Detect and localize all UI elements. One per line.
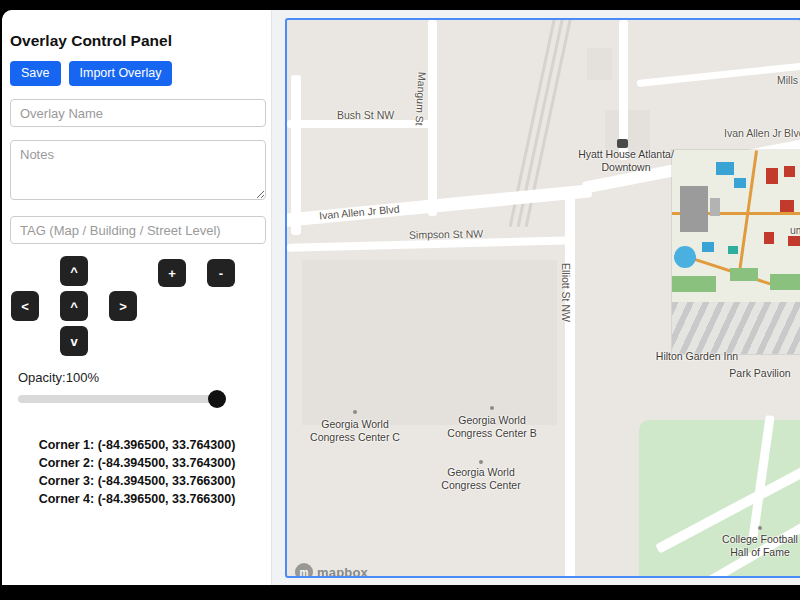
move-center-button[interactable]: ^: [60, 291, 88, 321]
mapbox-logo[interactable]: m mapbox: [295, 563, 368, 578]
poi-dot: [353, 410, 357, 414]
building-block: [587, 48, 612, 80]
map-canvas[interactable]: Bush St NW Mangum St Mills Ivan Allen Jr…: [285, 18, 800, 578]
road-elliott-st: [565, 192, 575, 578]
overlay-image[interactable]: [672, 150, 800, 354]
overlay-building: [680, 186, 708, 232]
panel-button-row: Save Import Overlay: [10, 61, 172, 86]
road-ivan-allen: [285, 184, 592, 227]
import-overlay-button[interactable]: Import Overlay: [69, 61, 173, 86]
building-congress-center: [302, 260, 557, 425]
poi-label-gwcc-c-line2: Congress Center C: [305, 431, 405, 444]
corner-3-text: Corner 3: (-84.394500, 33.766300): [2, 472, 272, 490]
poi-label-hof-line2: Hall of Fame: [710, 546, 800, 559]
poi-label-gwcc-b-line1: Georgia World: [442, 414, 542, 427]
poi-label-gwcc-c-line1: Georgia World: [305, 418, 405, 431]
notes-textarea[interactable]: [10, 140, 266, 200]
street-label-elliott: Elliott St NW: [560, 263, 572, 322]
mapbox-logo-text: mapbox: [317, 565, 368, 579]
opacity-value: 100%: [66, 370, 99, 385]
mapbox-logo-icon: m: [295, 563, 313, 578]
overlay-building: [710, 198, 720, 216]
overlay-building: [728, 246, 738, 254]
overlay-building: [716, 162, 734, 175]
poi-label-hilton: Hilton Garden Inn: [642, 350, 752, 363]
street-label-mangum: Mangum St: [414, 72, 429, 126]
poi-dot: [479, 460, 483, 464]
road-left-vertical: [291, 75, 301, 235]
app-window: Overlay Control Panel Save Import Overla…: [0, 0, 800, 600]
move-right-button[interactable]: >: [109, 291, 137, 321]
street-label-simpson: Simpson St NW: [409, 227, 483, 240]
overlay-building: [764, 232, 774, 244]
overlay-control-panel: Overlay Control Panel Save Import Overla…: [2, 10, 272, 585]
overlay-building: [734, 178, 746, 188]
overlay-building: [788, 236, 800, 246]
corner-coordinates: Corner 1: (-84.396500, 33.764300) Corner…: [2, 436, 272, 508]
app-content: Overlay Control Panel Save Import Overla…: [2, 10, 800, 585]
zoom-out-button[interactable]: -: [207, 259, 235, 287]
opacity-slider[interactable]: [18, 395, 224, 403]
bottom-black-bar: [0, 585, 800, 600]
poi-label-hall-of-fame: College Football Hall of Fame: [710, 533, 800, 558]
poi-label-gwcc-c: Georgia World Congress Center C: [305, 418, 405, 443]
dpad-controls: ^ + - < ^ > v: [10, 256, 266, 360]
opacity-label-row: Opacity:100%: [18, 370, 99, 385]
page-title: Overlay Control Panel: [10, 32, 172, 50]
move-left-button[interactable]: <: [11, 291, 39, 321]
poi-label-gwcc: Georgia World Congress Center: [431, 466, 531, 491]
poi-label-hof-line1: College Football: [710, 533, 800, 546]
corner-4-text: Corner 4: (-84.396500, 33.766300): [2, 490, 272, 508]
tag-input[interactable]: [10, 216, 266, 244]
poi-dot: [758, 526, 762, 530]
poi-dot: [490, 406, 494, 410]
street-label-mills: Mills: [777, 74, 798, 86]
opacity-label: Opacity:: [18, 370, 66, 385]
overlay-highway: [672, 302, 800, 354]
top-black-bar: [0, 0, 800, 10]
overlay-green: [672, 276, 716, 292]
poi-label-hyatt-line1: Hyatt House Atlanta/: [574, 148, 678, 161]
road-mills: [637, 63, 800, 87]
poi-label-gwcc-line2: Congress Center: [431, 479, 531, 492]
corner-1-text: Corner 1: (-84.396500, 33.764300): [2, 436, 272, 454]
overlay-building: [784, 166, 795, 177]
street-label-bush: Bush St NW: [337, 109, 394, 121]
save-button[interactable]: Save: [10, 61, 61, 86]
overlay-green: [770, 274, 800, 290]
overlay-building: [780, 200, 794, 212]
overlay-building: [702, 242, 714, 252]
road-mangum-st: [428, 20, 437, 216]
street-label-partial: um: [790, 224, 800, 236]
overlay-road: [737, 150, 758, 279]
overlay-name-input[interactable]: [10, 99, 266, 127]
move-down-button[interactable]: v: [60, 326, 88, 356]
street-label-ivan-allen-ne: Ivan Allen Jr Blvd: [724, 127, 800, 139]
overlay-building: [674, 246, 696, 268]
overlay-green: [730, 268, 758, 281]
poi-label-hyatt: Hyatt House Atlanta/ Downtown: [574, 148, 678, 173]
overlay-building: [766, 168, 778, 184]
poi-label-gwcc-b: Georgia World Congress Center B: [442, 414, 542, 439]
hotel-icon: [617, 139, 628, 148]
zoom-in-button[interactable]: +: [158, 259, 186, 287]
move-up-button[interactable]: ^: [60, 256, 88, 286]
poi-label-gwcc-line1: Georgia World: [431, 466, 531, 479]
poi-label-hyatt-line2: Downtown: [574, 161, 678, 174]
poi-label-gwcc-b-line2: Congress Center B: [442, 427, 542, 440]
corner-2-text: Corner 2: (-84.394500, 33.764300): [2, 454, 272, 472]
poi-label-park-pavilion: Park Pavilion: [719, 367, 800, 380]
opacity-slider-knob[interactable]: [208, 390, 226, 408]
